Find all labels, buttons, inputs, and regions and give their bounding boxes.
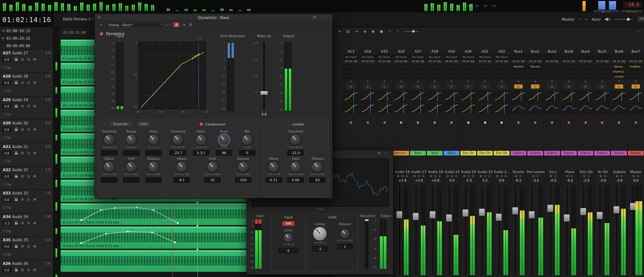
timecode-display[interactable]: 01:02:14:16 bbox=[0, 12, 54, 27]
input-enable-button[interactable]: In bbox=[397, 84, 405, 89]
hold-value[interactable]: 32 bbox=[204, 177, 221, 183]
attack-knob[interactable] bbox=[176, 162, 187, 172]
pan-thumbnail[interactable] bbox=[478, 103, 493, 114]
effect-slot[interactable] bbox=[343, 64, 358, 69]
input-enable-button[interactable]: In bbox=[615, 84, 623, 89]
volume-readout[interactable]: 0.0 bbox=[2, 244, 11, 249]
eq-indicator[interactable]: EQ bbox=[387, 60, 391, 64]
toolbar-icon[interactable]: ◈ bbox=[364, 29, 366, 33]
lock-button[interactable] bbox=[14, 268, 19, 272]
input-enable-button[interactable]: In bbox=[347, 84, 355, 89]
add-effect-button[interactable]: + bbox=[410, 79, 425, 84]
group-color-label[interactable]: Submix bbox=[561, 151, 577, 155]
pan-thumbnail[interactable] bbox=[528, 103, 543, 114]
expander-tab[interactable]: Expander bbox=[110, 121, 132, 127]
fx-indicator[interactable]: FX bbox=[546, 60, 549, 64]
pan-thumbnail[interactable] bbox=[595, 103, 610, 114]
level-readout[interactable]: -1.0 bbox=[460, 179, 477, 183]
effect-slot[interactable] bbox=[410, 69, 425, 74]
fx-indicator[interactable]: FX bbox=[512, 60, 516, 64]
lock-button[interactable] bbox=[14, 127, 19, 132]
power-toggle[interactable] bbox=[102, 123, 105, 126]
mute-button[interactable]: M bbox=[413, 174, 416, 178]
level-value[interactable]: 0 bbox=[278, 248, 298, 253]
pan-thumbnail[interactable] bbox=[343, 103, 358, 114]
knee-value[interactable]: 98 bbox=[216, 150, 232, 155]
attack-value[interactable]: 4.7 bbox=[174, 177, 190, 183]
effect-slot[interactable] bbox=[427, 64, 442, 69]
lock-button[interactable] bbox=[14, 104, 19, 109]
makeup-value[interactable]: 4.8 bbox=[255, 113, 273, 116]
track-header[interactable]: A32Audio 321.00.0RSM1 Clip bbox=[0, 167, 53, 190]
mute-button[interactable]: M bbox=[463, 174, 466, 178]
input-slot[interactable]: No Input bbox=[377, 54, 392, 60]
auto-selector[interactable]: Auto bbox=[592, 17, 600, 21]
threshold-value[interactable] bbox=[101, 150, 117, 155]
input-enable-button[interactable]: In bbox=[464, 84, 473, 89]
mute-button[interactable]: M bbox=[479, 174, 483, 178]
mute-button[interactable]: M bbox=[32, 244, 37, 249]
fx-indicator[interactable]: FX bbox=[395, 60, 398, 64]
volume-readout[interactable]: -1.5 bbox=[2, 221, 11, 226]
eq-indicator[interactable]: EQ bbox=[454, 60, 458, 64]
soft-button[interactable]: Soft bbox=[282, 221, 294, 226]
timecode-row[interactable]: 00:00:00:00 bbox=[0, 42, 53, 50]
add-effect-button[interactable]: + bbox=[628, 79, 643, 84]
track-header[interactable]: A34Audio 341.0-1.5RSM1 Clip bbox=[0, 213, 53, 237]
threshold-value[interactable]: -21.0 bbox=[287, 150, 304, 155]
dy-indicator[interactable]: DY bbox=[533, 60, 537, 64]
add-effect-button[interactable]: + bbox=[545, 79, 560, 84]
effect-slot[interactable]: Stereo.. bbox=[611, 64, 626, 69]
eq-thumbnail[interactable] bbox=[595, 91, 610, 102]
toolbar-icon[interactable]: ● bbox=[380, 29, 383, 33]
pan-thumbnail[interactable] bbox=[578, 103, 593, 114]
solo-button[interactable]: S bbox=[26, 104, 31, 109]
effect-slot[interactable] bbox=[394, 74, 409, 79]
add-effect-button[interactable]: + bbox=[343, 79, 358, 84]
solo-button[interactable]: S bbox=[636, 174, 640, 178]
input-enable-button[interactable]: In bbox=[581, 84, 590, 89]
eq-indicator[interactable]: EQ bbox=[538, 60, 541, 64]
lock-button[interactable] bbox=[14, 57, 19, 62]
dy-indicator[interactable]: DY bbox=[416, 60, 419, 64]
automation-curve[interactable] bbox=[81, 207, 178, 223]
menu-icon[interactable]: ⋯ bbox=[323, 15, 327, 20]
gate-tab[interactable]: Gate bbox=[137, 121, 151, 127]
volume-readout[interactable]: 0.0 bbox=[2, 104, 11, 109]
release-knob[interactable] bbox=[312, 162, 323, 172]
solo-button[interactable]: S bbox=[434, 174, 437, 178]
ratio-knob[interactable] bbox=[148, 134, 159, 145]
record-arm-button[interactable]: R bbox=[421, 174, 425, 178]
eq-indicator[interactable]: EQ bbox=[437, 60, 441, 64]
ceiling-value[interactable]: -2 bbox=[312, 246, 328, 252]
eq-thumbnail[interactable] bbox=[494, 91, 509, 102]
record-arm-button[interactable]: R bbox=[20, 104, 25, 109]
effect-slot[interactable] bbox=[545, 69, 560, 74]
dy-indicator[interactable]: DY bbox=[399, 60, 402, 64]
automation-nodes[interactable] bbox=[80, 207, 179, 224]
lock-button[interactable] bbox=[14, 221, 19, 226]
effect-slot[interactable] bbox=[561, 64, 576, 69]
effect-slot[interactable] bbox=[427, 74, 442, 79]
eq-thumbnail[interactable] bbox=[561, 91, 576, 102]
add-effect-button[interactable]: + bbox=[377, 79, 392, 84]
dy-indicator[interactable]: DY bbox=[550, 60, 553, 64]
effect-slot[interactable]: Reverb bbox=[528, 64, 543, 69]
mute-button[interactable]: M bbox=[549, 174, 553, 178]
add-effect-button[interactable]: + bbox=[427, 79, 442, 84]
effect-slot[interactable]: Limiter bbox=[611, 74, 626, 79]
mix-value[interactable]: 0 bbox=[239, 150, 255, 155]
mix-knob[interactable] bbox=[242, 134, 253, 145]
effect-slot[interactable] bbox=[595, 69, 610, 74]
input-enable-button[interactable]: In bbox=[497, 84, 506, 89]
release-knob[interactable] bbox=[148, 162, 159, 172]
level-knob[interactable] bbox=[284, 233, 293, 242]
mute-button[interactable]: M bbox=[582, 174, 586, 178]
volume-readout[interactable]: 0.0 bbox=[2, 57, 11, 62]
effect-slot[interactable] bbox=[410, 64, 425, 69]
record-arm-button[interactable]: R bbox=[20, 244, 25, 249]
toolbar-icon[interactable]: ▤ bbox=[346, 29, 350, 33]
solo-button[interactable]: S bbox=[483, 174, 487, 178]
eq-indicator[interactable]: EQ bbox=[555, 60, 558, 64]
group-color-label[interactable]: Piano bbox=[444, 151, 459, 155]
